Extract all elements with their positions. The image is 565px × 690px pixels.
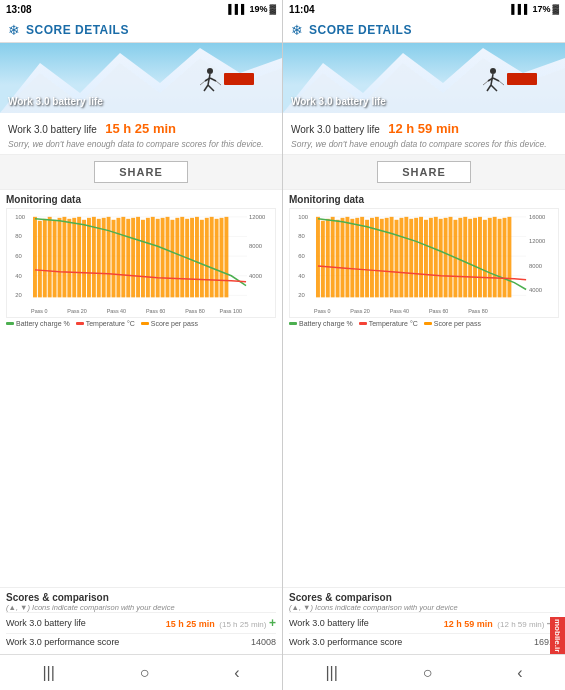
status-bar-left: 13:08 ▌▌▌ 19% ▓ (0, 0, 282, 18)
svg-text:8000: 8000 (249, 243, 263, 249)
svg-rect-121 (434, 217, 438, 298)
svg-rect-133 (493, 217, 497, 298)
score-row-battery-base-right: (12 h 59 min) (497, 620, 544, 629)
svg-rect-122 (439, 219, 443, 298)
score-header-left: ❄ SCORE DETAILS (0, 18, 282, 43)
nav-back-right[interactable]: ‹ (517, 664, 522, 682)
svg-text:40: 40 (15, 273, 22, 279)
svg-rect-59 (200, 220, 204, 298)
score-row-perf-label-left: Work 3.0 performance score (6, 637, 119, 647)
legend-battery-left: Battery charge % (6, 320, 70, 327)
svg-rect-52 (166, 217, 170, 298)
time-left: 13:08 (6, 4, 32, 15)
svg-rect-37 (92, 217, 96, 298)
svg-text:100: 100 (298, 214, 309, 220)
snowflake-icon-right: ❄ (291, 22, 303, 38)
score-row-battery-left: Work 3.0 battery life 15 h 25 min (15 h … (6, 612, 276, 633)
svg-text:60: 60 (15, 253, 22, 259)
watermark: mobile.ir (550, 617, 565, 654)
svg-rect-104 (350, 219, 354, 298)
chart-legend-left: Battery charge % Temperature °C Score pe… (6, 320, 276, 327)
svg-rect-51 (161, 218, 165, 298)
svg-rect-97 (316, 217, 320, 298)
svg-text:80: 80 (298, 234, 305, 240)
nav-home-left[interactable]: ○ (140, 664, 150, 682)
svg-rect-58 (195, 217, 199, 298)
svg-text:Pass 80: Pass 80 (185, 308, 204, 314)
svg-rect-29 (53, 220, 57, 298)
score-row-perf-left: Work 3.0 performance score 14008 (6, 633, 276, 650)
chart-left: 100 80 60 40 20 12000 8000 4000 (6, 208, 276, 318)
svg-text:Pass 80: Pass 80 (468, 308, 487, 314)
svg-text:Pass 20: Pass 20 (350, 308, 369, 314)
score-title-right: SCORE DETAILS (309, 23, 412, 37)
svg-rect-131 (483, 220, 487, 298)
nav-recent-left[interactable]: ||| (42, 664, 54, 682)
svg-rect-123 (444, 218, 448, 298)
svg-rect-117 (414, 218, 418, 298)
svg-rect-100 (331, 217, 335, 298)
svg-rect-82 (507, 73, 537, 85)
svg-text:100: 100 (15, 214, 26, 220)
share-button-left[interactable]: SHARE (94, 161, 188, 183)
hero-label-left: Work 3.0 battery life (8, 96, 103, 107)
svg-rect-60 (205, 218, 209, 298)
svg-text:Pass 0: Pass 0 (314, 308, 330, 314)
nav-recent-right[interactable]: ||| (325, 664, 337, 682)
result-section-left: Work 3.0 battery life 15 h 25 min Sorry,… (0, 113, 282, 155)
svg-rect-132 (488, 218, 492, 298)
svg-rect-130 (478, 217, 482, 298)
score-row-battery-label-right: Work 3.0 battery life (289, 618, 369, 628)
score-row-battery-action-left[interactable]: + (269, 616, 276, 630)
svg-text:16000: 16000 (529, 214, 546, 220)
bottom-nav-left: ||| ○ ‹ (0, 654, 282, 690)
svg-rect-136 (507, 217, 511, 298)
svg-rect-113 (395, 220, 399, 298)
svg-rect-105 (355, 218, 359, 298)
score-row-perf-value-left: 14008 (251, 637, 276, 647)
score-row-perf-label-right: Work 3.0 performance score (289, 637, 402, 647)
result-note-left: Sorry, we don't have enough data to comp… (8, 139, 274, 150)
time-right: 11:04 (289, 4, 315, 15)
svg-rect-64 (224, 217, 228, 298)
monitoring-title-right: Monitoring data (289, 194, 559, 205)
svg-text:Pass 40: Pass 40 (390, 308, 409, 314)
nav-home-right[interactable]: ○ (423, 664, 433, 682)
signal-icon-left: ▌▌▌ (228, 4, 247, 14)
svg-rect-126 (458, 218, 462, 298)
svg-rect-57 (190, 218, 194, 298)
hero-image-left: Work 3.0 battery life (0, 43, 282, 113)
score-row-battery-value-left: 15 h 25 min (166, 619, 215, 629)
svg-rect-62 (215, 219, 219, 298)
svg-rect-129 (473, 218, 477, 298)
svg-rect-111 (385, 218, 389, 298)
svg-rect-34 (77, 217, 81, 298)
svg-text:20: 20 (298, 292, 305, 298)
svg-text:80: 80 (15, 234, 22, 240)
nav-back-left[interactable]: ‹ (234, 664, 239, 682)
legend-battery-right: Battery charge % (289, 320, 353, 327)
svg-rect-30 (58, 218, 62, 298)
svg-text:Pass 60: Pass 60 (146, 308, 165, 314)
svg-text:4000: 4000 (529, 288, 543, 294)
hero-label-right: Work 3.0 battery life (291, 96, 386, 107)
battery-percent-left: 19% (249, 4, 267, 14)
monitoring-title-left: Monitoring data (6, 194, 276, 205)
svg-text:Pass 40: Pass 40 (107, 308, 126, 314)
signal-icon-right: ▌▌▌ (511, 4, 530, 14)
svg-text:Pass 100: Pass 100 (220, 308, 242, 314)
legend-temp-left: Temperature °C (76, 320, 135, 327)
svg-rect-101 (336, 220, 340, 298)
svg-rect-114 (399, 218, 403, 298)
svg-rect-118 (419, 217, 423, 298)
legend-temp-right: Temperature °C (359, 320, 418, 327)
scores-title-right: Scores & comparison (289, 592, 559, 603)
left-panel: 13:08 ▌▌▌ 19% ▓ ❄ SCORE DETAILS (0, 0, 283, 690)
svg-rect-107 (365, 220, 369, 298)
svg-rect-119 (424, 220, 428, 298)
svg-rect-49 (151, 217, 155, 298)
svg-rect-38 (97, 219, 101, 298)
share-button-right[interactable]: SHARE (377, 161, 471, 183)
share-section-right: SHARE (283, 155, 565, 190)
svg-rect-120 (429, 218, 433, 298)
